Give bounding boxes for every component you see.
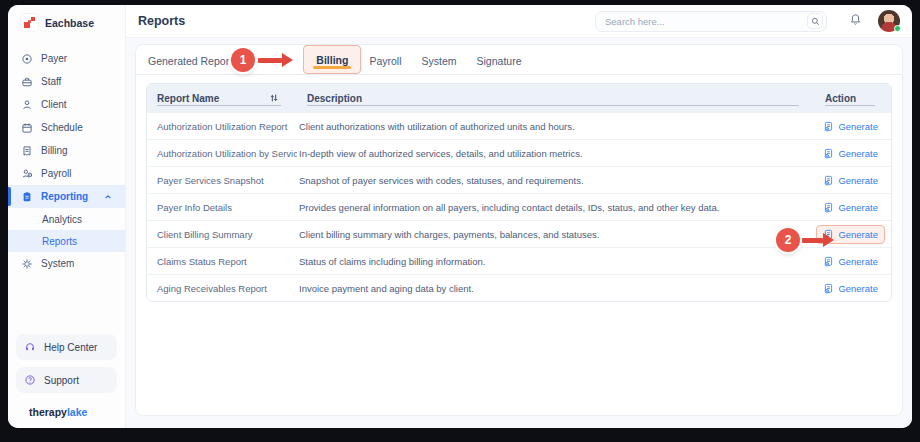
sidebar-item-label: Payroll	[41, 168, 72, 179]
report-name: Claims Status Report	[147, 256, 297, 267]
online-status-dot	[894, 25, 901, 32]
annotation-step-1-arrowhead	[282, 53, 293, 67]
generate-label: Generate	[838, 121, 878, 132]
tab-billing[interactable]: Billing	[303, 45, 361, 74]
sidebar-item-client[interactable]: Client	[8, 93, 125, 116]
header-divider	[307, 105, 799, 106]
search-icon	[811, 17, 820, 26]
sidebar-item-label: Reporting	[41, 191, 88, 202]
sidebar-item-reporting[interactable]: Reporting	[8, 185, 125, 208]
annotation-step-2-arrowhead	[823, 233, 834, 247]
table-row: Authorization Utilization by Service Rep…	[147, 139, 891, 166]
generate-label: Generate	[838, 202, 878, 213]
report-description: Client billing summary with charges, pay…	[297, 229, 815, 240]
file-plus-icon	[823, 175, 834, 186]
help-center-headset-icon	[24, 341, 36, 353]
generate-button[interactable]: Generate	[816, 144, 885, 163]
file-plus-icon	[823, 283, 834, 294]
generate-button[interactable]: Generate	[816, 279, 885, 298]
search-input[interactable]	[605, 16, 807, 27]
annotation-step-2-badge: 2	[776, 228, 800, 252]
search-box[interactable]	[595, 11, 827, 32]
help-center-label: Help Center	[44, 342, 97, 353]
tab-signature[interactable]: Signature	[477, 45, 522, 74]
client-person-icon	[21, 99, 33, 111]
support-help-circle-icon	[24, 374, 36, 386]
generate-label: Generate	[838, 283, 878, 294]
file-plus-icon	[823, 256, 834, 267]
sidebar-item-payroll[interactable]: Payroll	[8, 162, 125, 185]
sidebar-subitem-analytics[interactable]: Analytics	[8, 208, 125, 230]
generate-label: Generate	[838, 256, 878, 267]
column-header-description: Description	[297, 84, 815, 112]
annotation-step-1-badge: 1	[231, 48, 255, 72]
chevron-up-icon	[104, 193, 112, 201]
search-button[interactable]	[807, 13, 823, 29]
sidebar: Eachbase Payer Staff Client Schedule Bil…	[8, 5, 126, 428]
tab-system[interactable]: System	[422, 45, 457, 74]
brand-logo: Eachbase	[8, 5, 125, 37]
generate-button[interactable]: Generate	[816, 171, 885, 190]
table-row: Authorization Utilization Report Client …	[147, 112, 891, 139]
payer-badge-icon	[21, 53, 33, 65]
generate-button[interactable]: Generate	[816, 117, 885, 136]
generate-button[interactable]: Generate	[816, 252, 885, 271]
support-label: Support	[44, 375, 79, 386]
table-row: Claims Status Report Status of claims in…	[147, 247, 891, 274]
sidebar-item-billing[interactable]: Billing	[8, 139, 125, 162]
sidebar-nav: Payer Staff Client Schedule Billing Payr…	[8, 47, 125, 275]
sort-icon[interactable]	[269, 93, 279, 103]
sidebar-item-label: Payer	[41, 53, 67, 64]
tab-generated-reports[interactable]: Generated Reports	[148, 45, 237, 74]
topbar: Reports	[126, 5, 912, 38]
report-name: Authorization Utilization by Service Rep…	[147, 148, 297, 159]
help-center-button[interactable]: Help Center	[16, 334, 117, 360]
table-header: Report Name Description Action	[147, 84, 891, 112]
header-divider	[825, 105, 875, 106]
sidebar-item-payer[interactable]: Payer	[8, 47, 125, 70]
report-name-header-label: Report Name	[157, 93, 219, 104]
support-button[interactable]: Support	[16, 367, 117, 393]
topbar-right	[595, 10, 900, 32]
sidebar-item-label: Schedule	[41, 122, 83, 133]
annotation-step-1-arrow	[258, 58, 282, 63]
sidebar-item-system[interactable]: System	[8, 252, 125, 275]
table-row: Aging Receivables Report Invoice payment…	[147, 274, 891, 301]
report-name: Payer Services Snapshot	[147, 175, 297, 186]
action-header-label: Action	[825, 93, 856, 104]
report-description: In-depth view of authorized services, de…	[297, 148, 815, 159]
report-description: Invoice payment and aging data by client…	[297, 283, 815, 294]
notifications-button[interactable]	[849, 12, 862, 30]
file-plus-icon	[823, 121, 834, 132]
tab-payroll[interactable]: Payroll	[369, 45, 401, 74]
sidebar-item-label: Staff	[41, 76, 61, 87]
user-avatar[interactable]	[878, 10, 900, 32]
table-row: Payer Services Snapshot Snapshot of paye…	[147, 166, 891, 193]
sidebar-item-staff[interactable]: Staff	[8, 70, 125, 93]
sidebar-footer: Help Center Support therapylake	[8, 334, 125, 428]
column-header-action: Action	[815, 84, 891, 112]
column-header-report-name: Report Name	[147, 84, 297, 112]
staff-briefcase-icon	[21, 76, 33, 88]
report-name: Aging Receivables Report	[147, 283, 297, 294]
sidebar-item-label: Billing	[41, 145, 68, 156]
header-divider	[157, 105, 281, 106]
therapylake-logo: therapylake	[16, 400, 117, 428]
generate-label: Generate	[838, 229, 878, 240]
sidebar-item-label: Client	[41, 99, 67, 110]
therapylake-logo-accent: lake	[67, 406, 87, 418]
sidebar-subitem-label: Analytics	[42, 214, 82, 225]
schedule-calendar-icon	[21, 122, 33, 134]
generate-button[interactable]: Generate	[816, 198, 885, 217]
payroll-money-person-icon	[21, 168, 33, 180]
description-header-label: Description	[307, 93, 362, 104]
brand-name: Eachbase	[45, 17, 94, 29]
sidebar-item-schedule[interactable]: Schedule	[8, 116, 125, 139]
report-name: Client Billing Summary	[147, 229, 297, 240]
therapylake-logo-dark: therapy	[29, 406, 67, 418]
sidebar-subitem-reports[interactable]: Reports	[8, 230, 125, 252]
table-row: Payer Info Details Provides general info…	[147, 193, 891, 220]
generate-label: Generate	[838, 175, 878, 186]
bell-icon	[849, 13, 862, 26]
sidebar-subitem-label: Reports	[42, 236, 77, 247]
